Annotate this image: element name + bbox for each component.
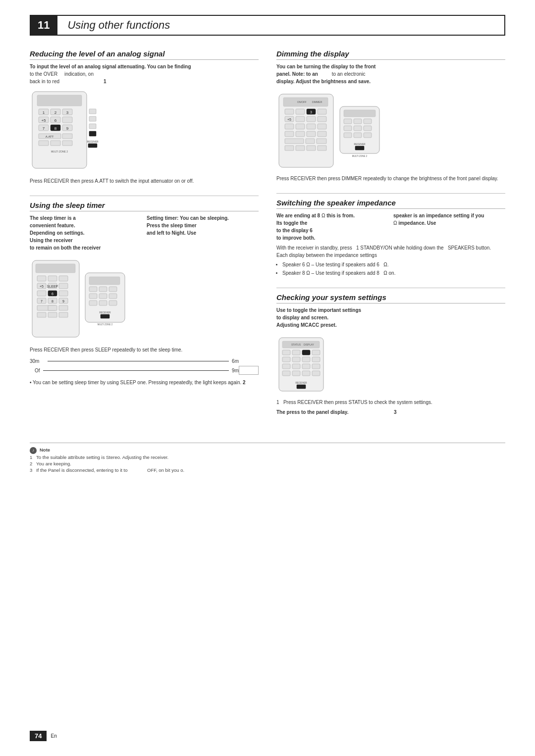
- note-item-2: 2 You are keeping.: [30, 461, 505, 466]
- svg-text:DIMMER: DIMMER: [312, 101, 322, 103]
- svg-rect-42: [37, 291, 46, 296]
- svg-text:DISPLAY: DISPLAY: [304, 343, 314, 346]
- dimming-remote-svg: ON/OFF DIMMER 3 +5: [276, 92, 385, 171]
- svg-rect-105: [364, 119, 372, 124]
- svg-text:6: 6: [52, 292, 54, 296]
- chapter-title: Using other functions: [57, 15, 505, 36]
- svg-rect-95: [306, 139, 315, 144]
- speaker-intro-right: speaker is an impedance setting if you Ω…: [393, 212, 505, 244]
- svg-rect-66: [89, 301, 97, 305]
- sleep-30m: 30m: [30, 357, 45, 365]
- left-column: Reducing the level of an analog signal T…: [30, 50, 259, 427]
- svg-rect-120: [292, 350, 300, 355]
- svg-rect-33: [36, 264, 75, 273]
- svg-rect-91: [296, 131, 305, 137]
- svg-rect-62: [109, 287, 117, 292]
- analog-remote-svg: 1 2 3 +5 6 7: [30, 89, 114, 173]
- page-number: 74: [30, 731, 47, 741]
- svg-text:7: 7: [43, 126, 45, 131]
- svg-rect-64: [99, 294, 107, 299]
- note-icon: ♪: [30, 447, 37, 454]
- svg-text:+5: +5: [41, 118, 46, 123]
- sleep-intro-right: Setting timer: You can be sleeping. Pres…: [147, 214, 259, 254]
- svg-rect-63: [89, 294, 97, 299]
- svg-rect-131: [282, 371, 290, 376]
- section-system-body: Use to toggle the important settings to …: [276, 306, 505, 416]
- svg-rect-103: [344, 119, 352, 124]
- page-lang: En: [51, 733, 56, 739]
- sleep-intro-row: The sleep timer is a convenient feature.…: [30, 214, 259, 254]
- svg-rect-24: [62, 141, 72, 146]
- note-section: ♪ Note 1 To the suitable attribute setti…: [30, 443, 505, 473]
- section-sleep-title: Using the sleep timer: [30, 201, 259, 211]
- svg-rect-1: [37, 95, 82, 106]
- svg-rect-83: [296, 116, 305, 122]
- section-dimming-body: You can be turning the display to the fr…: [276, 63, 505, 182]
- svg-rect-35: [48, 276, 57, 281]
- svg-text:MULTI ZONE 2: MULTI ZONE 2: [51, 150, 68, 153]
- svg-rect-84: [307, 116, 316, 122]
- svg-rect-30: [88, 144, 97, 148]
- svg-rect-28: [89, 131, 96, 136]
- speaker-bullet-8: Speaker 8 Ω – Use testing if speakers ad…: [282, 270, 505, 277]
- svg-rect-136: [297, 385, 306, 389]
- system-intro-row: Use to toggle the important settings to …: [276, 306, 505, 331]
- svg-text:MULTI ZONE 2: MULTI ZONE 2: [98, 323, 113, 326]
- sleep-remote-diagram: +5 SLEEP 6 7 8: [30, 258, 259, 342]
- svg-rect-27: [89, 124, 96, 129]
- svg-rect-94: [285, 139, 304, 144]
- svg-rect-53: [48, 305, 57, 310]
- chapter-header: 11 Using other functions: [30, 15, 505, 36]
- svg-rect-128: [292, 364, 300, 369]
- svg-rect-22: [39, 141, 49, 146]
- page-footer: 74 En: [30, 731, 57, 741]
- system-press-text: 1 Press RECEIVER then press STATUS to ch…: [276, 399, 505, 406]
- svg-text:1: 1: [43, 110, 45, 115]
- svg-rect-130: [312, 364, 320, 369]
- speaker-bullet-list: Speaker 6 Ω – Use testing if speakers ad…: [282, 261, 505, 277]
- svg-text:9: 9: [62, 300, 64, 303]
- system-remote-svg: STATUS DISPLAY: [276, 335, 341, 395]
- svg-rect-21: [62, 134, 72, 139]
- svg-rect-89: [318, 124, 326, 129]
- sleep-9m: 9m: [232, 367, 239, 374]
- svg-text:RECEIVER: RECEIVER: [87, 141, 99, 143]
- svg-text:2: 2: [54, 110, 57, 115]
- svg-rect-59: [89, 277, 120, 285]
- svg-rect-119: [282, 350, 290, 355]
- svg-rect-65: [109, 294, 117, 299]
- section-analog-signal-title: Reducing the level of an analog signal: [30, 50, 259, 60]
- sleep-remote-svg: +5 SLEEP 6 7 8: [30, 258, 139, 342]
- svg-rect-100: [318, 146, 326, 151]
- main-content: Reducing the level of an analog signal T…: [30, 50, 505, 427]
- svg-rect-102: [344, 110, 375, 117]
- system-panel-text: The press to the panel display. 3: [276, 408, 505, 416]
- divider-2: [276, 193, 505, 194]
- dimming-intro-right: [416, 63, 505, 88]
- note-item-1: 1 To the suitable attribute setting is S…: [30, 454, 505, 460]
- section-sleep-body: The sleep timer is a convenient feature.…: [30, 214, 259, 386]
- svg-rect-116: [282, 341, 320, 348]
- svg-rect-23: [51, 141, 60, 146]
- right-column: Dimming the display You can be turning t…: [276, 50, 505, 427]
- dimming-intro-left: You can be turning the display to the fr…: [276, 63, 411, 88]
- svg-rect-60: [89, 287, 97, 292]
- svg-rect-87: [296, 124, 305, 129]
- svg-rect-90: [285, 131, 294, 137]
- chapter-number: 11: [30, 15, 57, 36]
- svg-rect-124: [292, 357, 300, 362]
- svg-text:9: 9: [66, 126, 69, 131]
- section-dimming: Dimming the display You can be turning t…: [276, 50, 505, 182]
- sleep-press-text: Press RECEIVER then press SLEEP repeated…: [30, 346, 259, 353]
- svg-rect-68: [109, 301, 117, 305]
- note-title: Note: [40, 447, 50, 453]
- svg-rect-111: [364, 133, 372, 138]
- svg-rect-125: [302, 357, 310, 362]
- svg-text:6: 6: [54, 118, 57, 123]
- svg-rect-106: [344, 126, 352, 131]
- svg-rect-86: [285, 124, 294, 129]
- svg-text:+5: +5: [40, 285, 44, 288]
- svg-text:7: 7: [41, 300, 43, 303]
- svg-rect-55: [37, 312, 46, 317]
- svg-rect-45: [59, 291, 68, 296]
